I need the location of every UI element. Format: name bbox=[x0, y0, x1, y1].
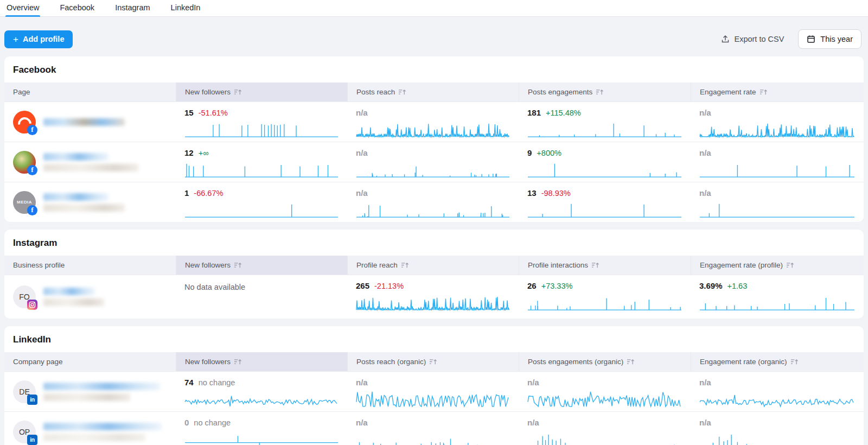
add-profile-button[interactable]: + Add profile bbox=[4, 30, 73, 48]
profile-name-redacted bbox=[43, 153, 138, 171]
facebook-badge-icon: f bbox=[27, 125, 37, 135]
metric-cell-posts-engagements: 181+115.48% bbox=[519, 102, 691, 142]
metric-cell-posts-engagements-organic: n/a bbox=[519, 372, 691, 411]
metric-delta: -66.67% bbox=[194, 189, 223, 198]
sort-icon bbox=[234, 88, 242, 96]
sort-icon bbox=[234, 262, 242, 269]
metric-cell-engagement-rate: n/a bbox=[691, 182, 864, 222]
tab-overview[interactable]: Overview bbox=[5, 0, 40, 16]
facebook-section-card: Facebook Page New followers Posts reach … bbox=[4, 56, 864, 222]
tab-instagram[interactable]: Instagram bbox=[114, 0, 151, 16]
sparkline-chart bbox=[699, 390, 855, 408]
metric-value: 13 bbox=[527, 188, 537, 198]
sort-icon bbox=[596, 88, 604, 96]
sparkline-chart bbox=[527, 120, 682, 138]
column-header-engagement-rate-profile[interactable]: Engagement rate (profile) bbox=[691, 256, 864, 275]
column-header-new-followers[interactable]: New followers bbox=[176, 82, 347, 101]
sort-icon bbox=[401, 262, 409, 269]
column-header-posts-engagements-organic[interactable]: Posts engagements (organic) bbox=[519, 352, 691, 371]
sort-icon bbox=[760, 88, 768, 96]
sparkline-chart bbox=[699, 120, 855, 138]
column-header-engagement-rate[interactable]: Engagement rate bbox=[691, 82, 864, 101]
sort-icon bbox=[429, 358, 437, 365]
profile-cell[interactable]: DE in bbox=[4, 372, 176, 411]
metric-delta: -51.61% bbox=[199, 109, 228, 117]
sparkline-chart bbox=[527, 390, 682, 408]
sort-icon bbox=[234, 358, 242, 365]
metric-cell-posts-reach-organic: n/a bbox=[347, 412, 519, 445]
metric-value: n/a bbox=[527, 418, 539, 427]
profile-cell[interactable]: MEDIA f bbox=[4, 182, 176, 222]
sparkline-chart bbox=[184, 161, 339, 178]
column-header-new-followers[interactable]: New followers bbox=[176, 256, 347, 275]
sparkline-chart bbox=[527, 201, 682, 218]
metric-cell-posts-reach: n/a bbox=[347, 182, 519, 222]
profile-name-redacted bbox=[43, 118, 125, 126]
metric-value: n/a bbox=[527, 378, 539, 387]
sort-icon bbox=[627, 358, 635, 365]
profile-name-redacted bbox=[43, 423, 162, 441]
metric-value: n/a bbox=[356, 148, 368, 157]
column-header-profile-reach[interactable]: Profile reach bbox=[347, 256, 519, 275]
sparkline-chart bbox=[527, 161, 682, 178]
table-row: f 12+∞ n/a 9+800% n/a bbox=[4, 142, 864, 182]
sparkline-chart bbox=[356, 161, 510, 178]
tab-facebook[interactable]: Facebook bbox=[59, 0, 95, 16]
column-header-profile-interactions[interactable]: Profile interactions bbox=[519, 256, 691, 275]
metric-cell-profile-reach: 265-21.13% bbox=[347, 275, 519, 319]
instagram-table-header: Business profile New followers Profile r… bbox=[4, 256, 864, 275]
profile-cell[interactable]: f bbox=[4, 142, 176, 182]
column-header-engagement-rate-organic[interactable]: Engagement rate (organic) bbox=[691, 352, 864, 371]
avatar-text: MEDIA bbox=[17, 200, 32, 205]
avatar: f bbox=[13, 111, 36, 134]
column-header-posts-engagements[interactable]: Posts engagements bbox=[519, 82, 691, 101]
linkedin-badge-icon: in bbox=[27, 395, 37, 405]
sparkline-chart bbox=[699, 430, 855, 445]
metric-delta: +73.33% bbox=[541, 282, 573, 290]
export-csv-button[interactable]: Export to CSV bbox=[721, 35, 784, 43]
facebook-badge-icon: f bbox=[27, 165, 37, 175]
metric-cell-engagement-rate: n/a bbox=[691, 102, 864, 142]
metric-delta: +115.48% bbox=[546, 109, 581, 117]
metric-cell-posts-reach: n/a bbox=[347, 142, 519, 182]
calendar-icon bbox=[807, 35, 815, 43]
profile-cell[interactable]: OP in bbox=[4, 412, 176, 445]
sparkline-chart bbox=[184, 201, 339, 218]
column-header-posts-reach-organic[interactable]: Posts reach (organic) bbox=[347, 352, 519, 371]
sparkline-chart bbox=[356, 201, 510, 218]
metric-delta: -21.13% bbox=[374, 282, 404, 290]
table-row: FO No data available 265-21.13% 26+73.33… bbox=[4, 275, 864, 319]
metric-value: 265 bbox=[356, 281, 369, 290]
column-header-posts-reach[interactable]: Posts reach bbox=[347, 82, 519, 101]
profile-cell[interactable]: f bbox=[4, 102, 176, 142]
tab-linkedin[interactable]: LinkedIn bbox=[170, 0, 202, 16]
profile-name-redacted bbox=[43, 288, 104, 306]
metric-value: n/a bbox=[356, 418, 368, 427]
sparkline-chart bbox=[184, 430, 339, 445]
metric-delta: +800% bbox=[537, 149, 561, 157]
facebook-table-header: Page New followers Posts reach Posts eng… bbox=[4, 82, 864, 101]
metric-delta: no change bbox=[199, 378, 235, 387]
section-title-linkedin: LinkedIn bbox=[4, 326, 864, 352]
metric-value: n/a bbox=[699, 108, 711, 117]
metric-cell-new-followers: 0no change bbox=[176, 412, 347, 445]
instagram-badge-icon bbox=[27, 300, 37, 310]
metric-value: n/a bbox=[356, 188, 368, 198]
profile-cell[interactable]: FO bbox=[4, 275, 176, 319]
top-tab-bar: Overview Facebook Instagram LinkedIn bbox=[0, 0, 868, 17]
metric-value: 74 bbox=[184, 378, 194, 387]
metric-cell-new-followers: No data available bbox=[176, 275, 347, 319]
metric-delta: +∞ bbox=[199, 149, 209, 157]
column-header-new-followers[interactable]: New followers bbox=[176, 352, 347, 371]
date-range-button[interactable]: This year bbox=[798, 29, 861, 49]
profile-name-redacted bbox=[43, 193, 125, 212]
avatar: OP in bbox=[13, 421, 36, 443]
metric-value: n/a bbox=[356, 108, 368, 117]
metric-value: n/a bbox=[699, 378, 711, 387]
metric-value: n/a bbox=[699, 418, 711, 427]
metric-cell-new-followers: 74no change bbox=[176, 372, 347, 411]
column-header-business-profile: Business profile bbox=[4, 256, 176, 275]
toolbar: + Add profile Export to CSV This year bbox=[0, 17, 868, 56]
metric-cell-posts-reach-organic: n/a bbox=[347, 372, 519, 411]
metric-value: n/a bbox=[356, 378, 368, 387]
